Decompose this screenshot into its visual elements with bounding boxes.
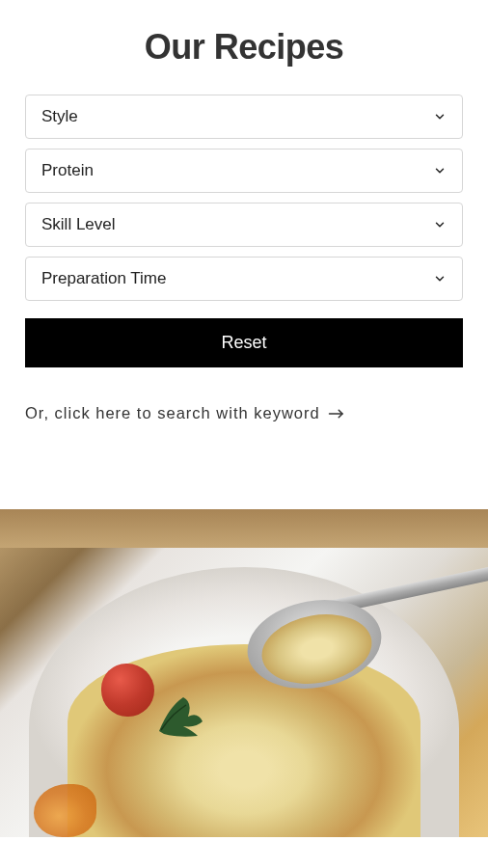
dropdown-label: Preparation Time <box>41 269 166 288</box>
chevron-down-icon <box>433 164 447 177</box>
search-keyword-link[interactable]: Or, click here to search with keyword <box>25 404 463 422</box>
reset-button[interactable]: Reset <box>25 318 463 367</box>
chevron-down-icon <box>433 272 447 285</box>
dropdown-label: Protein <box>41 161 94 180</box>
preparation-time-dropdown[interactable]: Preparation Time <box>25 257 463 301</box>
recipe-image <box>0 509 488 837</box>
chevron-down-icon <box>433 110 447 123</box>
style-dropdown[interactable]: Style <box>25 95 463 139</box>
arrow-right-icon <box>328 408 345 420</box>
page-title: Our Recipes <box>25 27 463 68</box>
chevron-down-icon <box>433 218 447 231</box>
search-link-text: Or, click here to search with keyword <box>25 404 320 422</box>
dropdown-label: Skill Level <box>41 215 116 234</box>
dropdown-label: Style <box>41 107 78 126</box>
skill-level-dropdown[interactable]: Skill Level <box>25 203 463 247</box>
protein-dropdown[interactable]: Protein <box>25 149 463 193</box>
